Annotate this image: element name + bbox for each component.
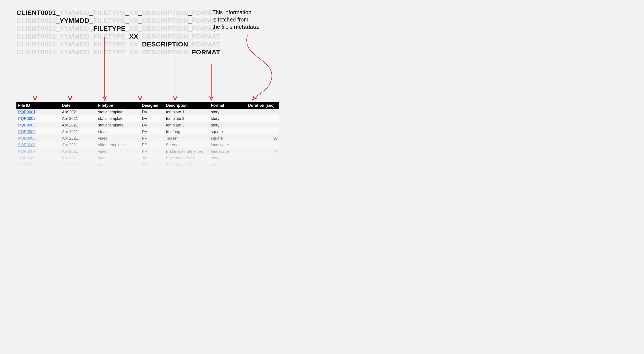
separator: _ xyxy=(56,17,60,24)
separator: _ xyxy=(56,33,60,40)
separator: _ xyxy=(138,17,142,24)
separator: _ xyxy=(188,41,192,48)
separator: _ xyxy=(188,49,192,56)
filename-part: XX xyxy=(129,49,138,56)
filename-part: CLIENT0001 xyxy=(16,49,56,56)
cell: JN xyxy=(140,161,164,168)
file-id-link[interactable]: PQR0003 xyxy=(18,123,36,127)
file-id-link[interactable]: PQR0010 xyxy=(18,169,36,173)
filename-part: FORMAT xyxy=(192,49,220,56)
cell: DV xyxy=(140,115,164,122)
cell: landscape xyxy=(209,142,246,148)
filename-part: XX xyxy=(129,17,138,24)
caption-line: is fetched from xyxy=(212,17,248,23)
separator: _ xyxy=(188,17,192,24)
file-id-link[interactable]: PQR0001 xyxy=(18,110,36,114)
filename-part: FORMAT xyxy=(192,33,220,40)
separator: _ xyxy=(188,25,192,32)
filename-part: YYMMDD xyxy=(60,9,89,16)
filename-part: DESCRIPTION xyxy=(142,17,188,24)
file-table: File IDDateFiletypeDesignerDescriptionFo… xyxy=(16,102,279,174)
cell: Beziehungen 02 xyxy=(164,161,209,168)
filename-part: XX xyxy=(129,25,138,32)
separator: _ xyxy=(90,17,93,24)
table-row: PQR0002Apr 2021static templateDVtemplate… xyxy=(16,115,279,122)
cell: story xyxy=(209,155,246,161)
cell: video xyxy=(96,148,140,155)
cell: template 1 xyxy=(164,109,209,115)
column-header: Format xyxy=(209,102,246,109)
cell: landscape xyxy=(209,148,246,155)
filename-row: CLIENT0001_YYMMDD_FILETYPE_XX_DESCRIPTIO… xyxy=(16,9,220,17)
separator: _ xyxy=(90,33,93,40)
separator: _ xyxy=(188,9,192,16)
cell xyxy=(246,128,279,135)
cell: static xyxy=(96,155,140,161)
column-header: Date xyxy=(60,102,96,109)
arrow-metadata-to-duration xyxy=(246,35,272,98)
column-header: Description xyxy=(164,102,209,109)
cell: Screens xyxy=(164,142,209,148)
file-id-link[interactable]: PQR0006 xyxy=(18,143,36,147)
separator: _ xyxy=(90,9,93,16)
cell: static xyxy=(96,161,140,168)
separator: _ xyxy=(56,25,60,32)
cell: story xyxy=(209,115,246,122)
caption-line: the file's xyxy=(212,24,234,30)
column-header: Filetype xyxy=(96,102,140,109)
cell: Apr 2021 xyxy=(60,148,96,155)
table-row: PQR0008Apr 2021staticJNBeziehungen 01sto… xyxy=(16,155,279,161)
filename-row: CLIENT0001_YYMMDD_FILETYPE_XX_DESCRIPTIO… xyxy=(16,17,220,25)
cell: DV xyxy=(140,122,164,128)
filename-part: XX xyxy=(129,9,138,16)
separator: _ xyxy=(90,49,93,56)
cell: Teaser xyxy=(164,135,209,142)
separator: _ xyxy=(138,49,142,56)
column-header: File ID xyxy=(16,102,60,109)
cell: Impfung xyxy=(164,128,209,135)
cell: Apr 2021 xyxy=(60,128,96,135)
separator: _ xyxy=(90,41,93,48)
filename-part: DESCRIPTION xyxy=(142,41,188,48)
filename-pattern: CLIENT0001_YYMMDD_FILETYPE_XX_DESCRIPTIO… xyxy=(16,9,220,56)
file-id-link[interactable]: PQR0007 xyxy=(18,149,36,154)
filename-row: CLIENT0001_YYMMDD_FILETYPE_XX_DESCRIPTIO… xyxy=(16,48,220,56)
cell: Beziehungen 01 xyxy=(164,155,209,161)
cell: Beziehungen 03 xyxy=(164,168,209,174)
file-id-link[interactable]: PQR0008 xyxy=(18,156,36,160)
separator: _ xyxy=(56,41,60,48)
cell: Erklärvideo ohne Text xyxy=(164,148,209,155)
cell: PP xyxy=(140,142,164,148)
filename-part: CLIENT0001 xyxy=(16,17,56,24)
table-row: PQR0004Apr 2021staticDVImpfungsquare xyxy=(16,128,279,135)
filename-row: CLIENT0001_YYMMDD_FILETYPE_XX_DESCRIPTIO… xyxy=(16,40,220,48)
cell: JN xyxy=(140,168,164,174)
filename-part: YYMMDD xyxy=(60,17,89,24)
cell: Apr 2021 xyxy=(60,115,96,122)
filename-part: FILETYPE xyxy=(93,49,126,56)
filename-part: CLIENT0001 xyxy=(16,25,56,32)
cell: square xyxy=(209,128,246,135)
file-id-link[interactable]: PQR0002 xyxy=(18,116,36,121)
cell xyxy=(246,142,279,148)
filename-part: DESCRIPTION xyxy=(142,33,188,40)
table-body: PQR0001Apr 2021static templateDVtemplate… xyxy=(16,109,279,174)
separator: _ xyxy=(126,9,129,16)
file-id-link[interactable]: PQR0005 xyxy=(18,136,36,141)
separator: _ xyxy=(126,41,129,48)
cell xyxy=(246,168,279,174)
table-row: PQR0005Apr 2021videoPFTeasersquare36 xyxy=(16,135,279,142)
table-row: PQR0001Apr 2021static templateDVtemplate… xyxy=(16,109,279,115)
cell: Apr 2021 xyxy=(60,135,96,142)
cell: video xyxy=(96,135,140,142)
file-id-link[interactable]: PQR0009 xyxy=(18,162,36,167)
cell: template 2 xyxy=(164,115,209,122)
file-id-link[interactable]: PQR0004 xyxy=(18,130,36,134)
cell: story xyxy=(209,161,246,168)
cell: PF xyxy=(140,135,164,142)
cell: story xyxy=(209,109,246,115)
cell: Apr 2021 xyxy=(60,109,96,115)
cell: DV xyxy=(140,109,164,115)
filename-part: DESCRIPTION xyxy=(142,25,188,32)
separator: _ xyxy=(138,9,142,16)
